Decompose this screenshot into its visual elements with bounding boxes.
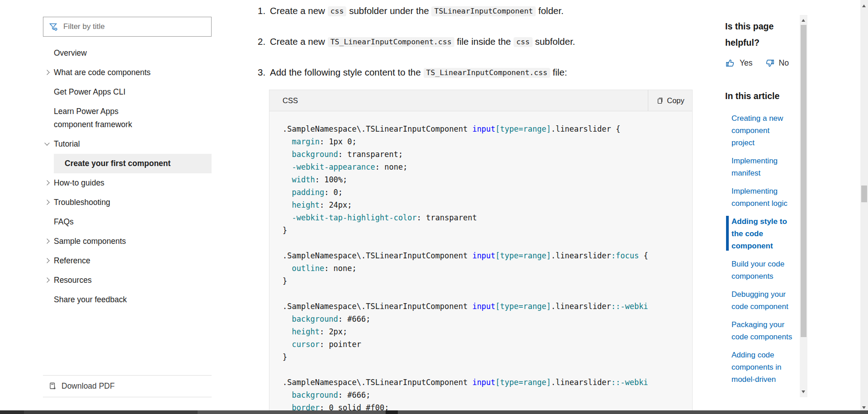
copy-icon bbox=[656, 97, 663, 104]
toc-item-packaging-your-code-components[interactable]: Packaging your code components bbox=[725, 319, 793, 343]
left-sidebar: OverviewWhat are code componentsGet Powe… bbox=[43, 17, 212, 309]
sidebar-item-reference[interactable]: Reference bbox=[43, 251, 212, 271]
code-line: background: #666; bbox=[283, 313, 692, 325]
feedback-buttons: Yes No bbox=[725, 58, 801, 68]
code-line: background: #666; bbox=[283, 389, 692, 401]
sidebar-item-troubleshooting[interactable]: Troubleshooting bbox=[43, 193, 212, 212]
page-scrollbar[interactable] bbox=[860, 0, 868, 414]
sidebar-item-label: Resources bbox=[54, 276, 92, 285]
toc-item-debugging-your-code-component[interactable]: Debugging your code component bbox=[725, 288, 793, 313]
toc-item-label: Adding style to the code component bbox=[731, 215, 793, 252]
sidebar-nav: OverviewWhat are code componentsGet Powe… bbox=[43, 43, 212, 309]
inline-code: TSLinearInputComponent bbox=[431, 6, 536, 16]
code-language-label: CSS bbox=[283, 96, 298, 105]
sidebar-item-how-to-guides[interactable]: How-to guides bbox=[43, 173, 212, 193]
code-line: .SampleNamespace\.TSLinearInputComponent… bbox=[283, 123, 692, 135]
toc-item-adding-code-components-in-model-driven[interactable]: Adding code components in model-driven bbox=[725, 349, 793, 385]
scroll-up-icon[interactable] bbox=[802, 19, 805, 22]
toc-item-label: Creating a new component project bbox=[731, 112, 793, 149]
step-number: 2. bbox=[258, 35, 270, 49]
inline-code: TS_LinearInputComponent.css bbox=[328, 37, 454, 47]
page-scroll-up-icon[interactable] bbox=[862, 5, 866, 7]
bottom-bar-segment bbox=[398, 410, 868, 414]
sidebar-item-get-power-apps-cli[interactable]: Get Power Apps CLI bbox=[43, 82, 212, 102]
sidebar-item-sample-components[interactable]: Sample components bbox=[43, 232, 212, 251]
step-text: Add the following style content to the T… bbox=[270, 66, 567, 80]
copy-button[interactable]: Copy bbox=[648, 90, 692, 111]
page-scrollbar-thumb[interactable] bbox=[861, 186, 867, 202]
bottom-edge-bar bbox=[0, 410, 868, 414]
code-line: .SampleNamespace\.TSLinearInputComponent… bbox=[283, 249, 692, 262]
sidebar-item-create-your-first-component[interactable]: Create your first component bbox=[54, 154, 212, 173]
toc-item-label: Packaging your code components bbox=[731, 319, 793, 343]
toc-item-label: Build your code components bbox=[731, 258, 793, 282]
code-line: } bbox=[283, 351, 692, 363]
sidebar-item-overview[interactable]: Overview bbox=[43, 43, 212, 63]
toc-item-adding-style-to-the-code-component[interactable]: Adding style to the code component bbox=[725, 215, 793, 252]
code-line: height: 24px; bbox=[283, 199, 692, 211]
sidebar-item-label: Troubleshooting bbox=[54, 198, 110, 207]
toc-item-implementing-component-logic[interactable]: Implementing component logic bbox=[725, 185, 793, 209]
feedback-yes-label: Yes bbox=[740, 58, 753, 68]
code-line bbox=[283, 363, 692, 376]
chevron-right-icon[interactable] bbox=[44, 200, 49, 205]
sidebar-item-label: Sample components bbox=[54, 237, 126, 246]
inline-code: css bbox=[514, 37, 533, 47]
toc-item-build-your-code-components[interactable]: Build your code components bbox=[725, 258, 793, 282]
sidebar-item-share-your-feedback[interactable]: Share your feedback bbox=[43, 290, 212, 309]
code-block: CSS Copy .SampleNamespace\.TSLinearInput… bbox=[269, 90, 693, 414]
sidebar-item-resources[interactable]: Resources bbox=[43, 271, 212, 290]
feedback-no-button[interactable]: No bbox=[764, 58, 789, 68]
code-line: background: transparent; bbox=[283, 148, 692, 161]
filter-input[interactable] bbox=[63, 22, 211, 31]
download-pdf-button[interactable]: Download PDF bbox=[43, 375, 212, 397]
page: OverviewWhat are code componentsGet Powe… bbox=[0, 0, 868, 414]
code-block-header: CSS Copy bbox=[269, 90, 692, 111]
step-number: 1. bbox=[258, 4, 270, 18]
chevron-right-icon[interactable] bbox=[44, 238, 49, 243]
chevron-right-icon[interactable] bbox=[44, 180, 49, 185]
right-rail: Is this page helpful? Yes bbox=[725, 0, 801, 391]
toc-item-label: Implementing component logic bbox=[731, 185, 793, 209]
content-scrollbar[interactable] bbox=[800, 15, 807, 397]
code-line: outline: none; bbox=[283, 262, 692, 275]
sidebar-item-learn-power-apps-component-framework[interactable]: Learn Power Apps component framework bbox=[43, 102, 212, 134]
code-line: padding: 0; bbox=[283, 186, 692, 199]
main-content: 1.Create a new css subfolder under the T… bbox=[258, 0, 693, 96]
sidebar-item-label: How-to guides bbox=[54, 178, 104, 187]
toc-item-creating-a-new-component-project[interactable]: Creating a new component project bbox=[725, 112, 793, 149]
step-text: Create a new TS_LinearInputComponent.css… bbox=[270, 35, 575, 49]
toc-list: Creating a new component projectImplemen… bbox=[725, 112, 801, 385]
chevron-right-icon[interactable] bbox=[44, 258, 49, 263]
numbered-steps: 1.Create a new css subfolder under the T… bbox=[258, 0, 693, 80]
content-scrollbar-thumb[interactable] bbox=[801, 25, 807, 337]
scroll-down-icon[interactable] bbox=[802, 390, 805, 393]
code-line: .SampleNamespace\.TSLinearInputComponent… bbox=[283, 300, 692, 313]
feedback-yes-button[interactable]: Yes bbox=[725, 58, 753, 68]
bottom-bar-segment bbox=[386, 410, 398, 414]
bottom-bar-segment bbox=[198, 410, 386, 414]
code-line bbox=[283, 287, 692, 300]
sidebar-item-label: What are code components bbox=[54, 68, 151, 77]
sidebar-item-tutorial[interactable]: Tutorial bbox=[43, 134, 212, 154]
chevron-right-icon[interactable] bbox=[44, 277, 49, 282]
toc-item-implementing-manifest[interactable]: Implementing manifest bbox=[725, 155, 793, 179]
inline-code: TS_LinearInputComponent.css bbox=[424, 68, 550, 78]
step-text: Create a new css subfolder under the TSL… bbox=[270, 4, 564, 18]
toc-item-label: Implementing manifest bbox=[731, 155, 793, 179]
sidebar-item-what-are-code-components[interactable]: What are code components bbox=[43, 63, 212, 82]
sidebar-item-faqs[interactable]: FAQs bbox=[43, 212, 212, 232]
code-line: width: 100%; bbox=[283, 173, 692, 186]
sidebar-item-label: Create your first component bbox=[65, 159, 170, 168]
sidebar-item-label: FAQs bbox=[54, 217, 74, 226]
code-line: height: 2px; bbox=[283, 325, 692, 338]
bottom-bar-segment bbox=[24, 410, 198, 414]
thumbs-up-icon bbox=[725, 58, 736, 68]
page-scroll-down-icon[interactable] bbox=[862, 406, 866, 409]
chevron-down-icon[interactable] bbox=[44, 140, 49, 145]
toc-heading: In this article bbox=[725, 89, 801, 103]
code-line bbox=[283, 237, 692, 249]
code-line: } bbox=[283, 275, 692, 287]
feedback-no-label: No bbox=[779, 58, 789, 68]
chevron-right-icon[interactable] bbox=[44, 70, 49, 75]
